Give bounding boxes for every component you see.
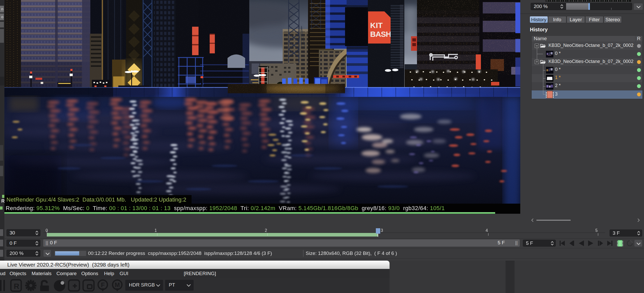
svg-text:F: F	[101, 281, 105, 288]
svg-text:R: R	[14, 282, 19, 290]
svg-text:M: M	[115, 281, 120, 288]
